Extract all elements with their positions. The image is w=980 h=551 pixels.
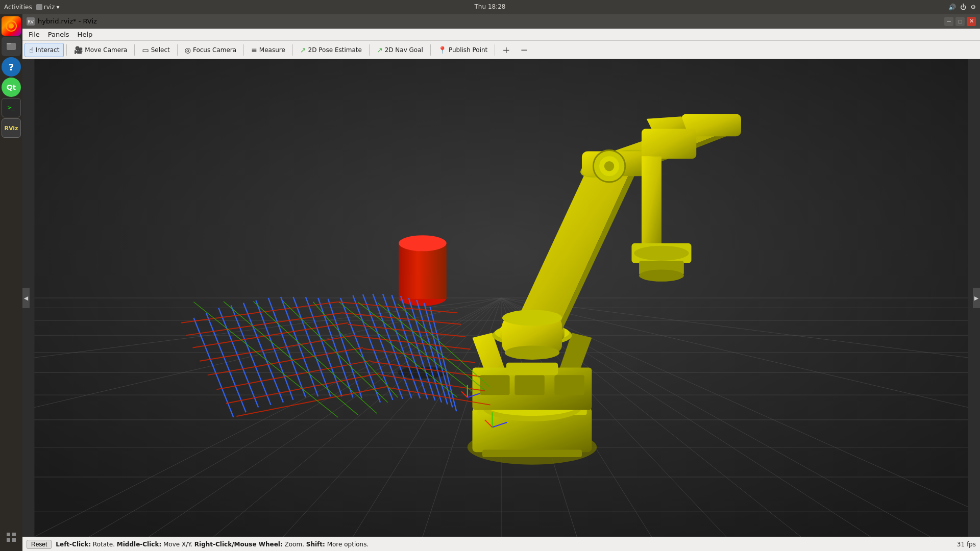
select-button[interactable]: ▭ Select xyxy=(137,43,174,57)
svg-text:RV: RV xyxy=(28,19,34,24)
close-button[interactable]: ✕ xyxy=(967,17,976,26)
app-dock: ? Qt >_ RViz xyxy=(0,14,22,551)
dock-qt[interactable]: Qt xyxy=(2,78,21,97)
svg-rect-5 xyxy=(7,533,10,536)
svg-point-73 xyxy=(399,235,447,251)
toolbar-sep-6 xyxy=(369,44,370,56)
plus-icon: + xyxy=(502,44,510,55)
power-icon: ⏻ xyxy=(960,4,966,11)
window-title: hybrid.rviz* - RViz xyxy=(38,17,97,25)
toolbar: ☝ Interact 🎥 Move Camera ▭ Select ◎ Focu… xyxy=(22,41,980,59)
menu-help[interactable]: Help xyxy=(74,30,97,39)
svg-rect-72 xyxy=(399,243,447,299)
fps-counter: 31 fps xyxy=(957,541,976,548)
svg-point-2 xyxy=(9,23,14,29)
svg-rect-67 xyxy=(480,375,510,395)
toolbar-sep-1 xyxy=(66,44,67,56)
svg-rect-0 xyxy=(36,4,42,10)
reset-button[interactable]: Reset xyxy=(27,540,52,549)
svg-rect-4 xyxy=(7,43,11,44)
publish-point-button[interactable]: 📍 Publish Point xyxy=(433,43,492,57)
svg-point-65 xyxy=(604,161,615,171)
title-bar: RV hybrid.rviz* - RViz ─ □ ✕ xyxy=(22,14,980,29)
svg-point-62 xyxy=(505,346,559,360)
focus-camera-icon: ◎ xyxy=(185,46,191,54)
activities-label[interactable]: Activities xyxy=(4,4,32,11)
svg-point-59 xyxy=(639,269,684,281)
toolbar-sep-8 xyxy=(495,44,495,56)
menu-file[interactable]: File xyxy=(24,30,44,39)
add-tool-button[interactable]: + xyxy=(498,43,514,57)
toolbar-sep-2 xyxy=(134,44,135,56)
dock-files[interactable] xyxy=(2,37,21,56)
settings-icon: ⚙ xyxy=(970,4,976,11)
clock: Thu 18:28 xyxy=(475,3,506,11)
menu-bar: File Panels Help xyxy=(22,29,980,41)
3d-viewport[interactable]: ◀ xyxy=(22,59,980,537)
measure-icon: ≡ xyxy=(251,46,257,54)
system-bar-right: 🔊 ⏻ ⚙ xyxy=(948,4,976,11)
menu-panels[interactable]: Panels xyxy=(44,30,74,39)
select-icon: ▭ xyxy=(142,46,149,54)
pose-estimate-button[interactable]: ↗ 2D Pose Estimate xyxy=(296,43,366,57)
publish-point-icon: 📍 xyxy=(438,46,447,54)
scene-svg xyxy=(22,59,980,537)
move-camera-icon: 🎥 xyxy=(74,46,83,54)
toolbar-sep-7 xyxy=(430,44,431,56)
title-bar-controls: ─ □ ✕ xyxy=(944,17,976,26)
system-bar-left: Activities rviz ▾ xyxy=(4,4,59,11)
dock-rviz[interactable]: RViz xyxy=(2,118,21,138)
left-panel-arrow[interactable]: ◀ xyxy=(22,288,30,308)
minus-icon: − xyxy=(520,44,528,55)
remove-tool-button[interactable]: − xyxy=(516,43,532,57)
move-camera-button[interactable]: 🎥 Move Camera xyxy=(69,43,132,57)
measure-button[interactable]: ≡ Measure xyxy=(247,43,290,57)
system-bar: Activities rviz ▾ Thu 18:28 🔊 ⏻ ⚙ xyxy=(0,0,980,14)
svg-rect-70 xyxy=(506,363,558,375)
right-panel-arrow[interactable]: ▶ xyxy=(973,288,980,308)
app-name: rviz ▾ xyxy=(36,4,60,11)
toolbar-sep-5 xyxy=(292,44,293,56)
window-icon: RV hybrid.rviz* - RViz xyxy=(27,17,97,26)
toolbar-sep-4 xyxy=(243,44,244,56)
svg-rect-6 xyxy=(12,533,16,536)
toolbar-sep-3 xyxy=(177,44,178,56)
svg-rect-45 xyxy=(482,449,582,457)
dock-help[interactable]: ? xyxy=(2,57,21,77)
interact-button[interactable]: ☝ Interact xyxy=(24,43,64,57)
svg-rect-7 xyxy=(7,538,10,542)
minimize-button[interactable]: ─ xyxy=(944,17,953,26)
svg-point-61 xyxy=(502,310,562,325)
rviz-window: RV hybrid.rviz* - RViz ─ □ ✕ File Panels… xyxy=(22,14,980,551)
status-text: Left-Click: Rotate. Middle-Click: Move X… xyxy=(56,541,369,548)
dock-terminal[interactable]: >_ xyxy=(2,98,21,117)
svg-rect-55 xyxy=(642,129,696,159)
dock-grid[interactable] xyxy=(2,528,21,547)
pose-estimate-icon: ↗ xyxy=(300,46,306,54)
maximize-button[interactable]: □ xyxy=(955,17,965,26)
dock-bottom xyxy=(2,528,21,547)
nav-goal-icon: ↗ xyxy=(377,46,383,54)
svg-rect-69 xyxy=(554,375,584,395)
interact-icon: ☝ xyxy=(29,46,34,54)
nav-goal-button[interactable]: ↗ 2D Nav Goal xyxy=(372,43,428,57)
svg-rect-68 xyxy=(514,375,544,395)
dock-firefox[interactable] xyxy=(2,16,21,36)
status-bar-left: Reset Left-Click: Rotate. Middle-Click: … xyxy=(27,540,369,549)
system-bar-center: Thu 18:28 xyxy=(475,3,506,11)
svg-rect-8 xyxy=(12,538,16,542)
volume-icon: 🔊 xyxy=(948,4,956,11)
focus-camera-button[interactable]: ◎ Focus Camera xyxy=(180,43,241,57)
status-bar: Reset Left-Click: Rotate. Middle-Click: … xyxy=(22,537,980,551)
svg-point-57 xyxy=(634,246,689,261)
